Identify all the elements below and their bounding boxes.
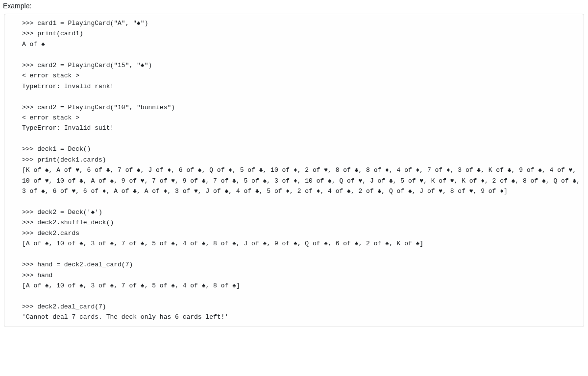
example-heading: Example:	[0, 0, 588, 12]
code-example-block: >>> card1 = PlayingCard("A", "♠") >>> pr…	[4, 14, 584, 327]
document-root: Example: >>> card1 = PlayingCard("A", "♠…	[0, 0, 588, 376]
